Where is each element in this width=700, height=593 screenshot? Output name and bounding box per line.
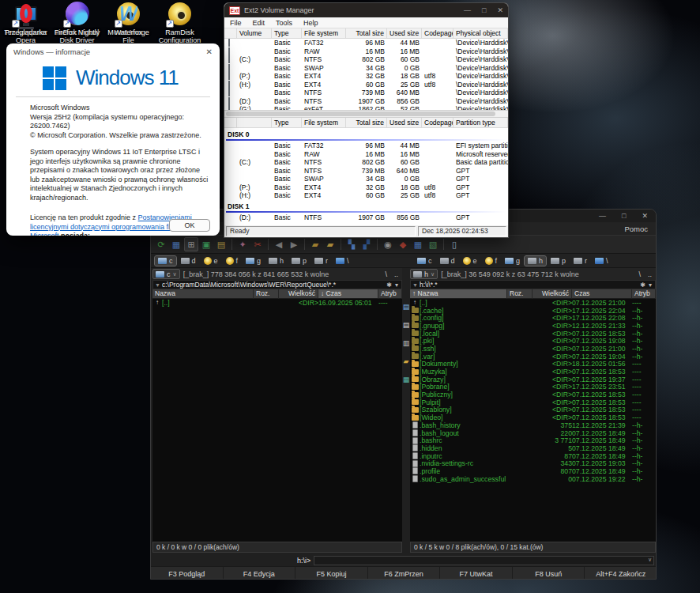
volume-col-volume[interactable]: Volume [237, 28, 272, 39]
command-input[interactable]: ∨ [314, 556, 654, 565]
select-group-icon[interactable]: ▚ [344, 237, 359, 251]
maximize-icon[interactable]: □ [622, 212, 626, 220]
partition-row[interactable]: BasicSWAP34 GB0 GBGPT [224, 175, 508, 183]
drive-button-e[interactable]: e [460, 256, 480, 266]
back-icon[interactable]: ◀ [272, 237, 286, 251]
drive-button-g[interactable]: g [243, 256, 264, 266]
disk-col-codepage[interactable]: Codepage [422, 118, 453, 128]
minimize-icon[interactable]: — [599, 212, 606, 220]
menu-help[interactable]: Help [303, 19, 318, 27]
close-icon[interactable]: ✕ [497, 6, 503, 14]
partition-row[interactable]: (P:)BasicEXT432 GB18 GButf8GPT [224, 183, 508, 192]
pack-icon[interactable]: ▰ [308, 237, 322, 251]
goto-root-button[interactable]: \ [637, 270, 642, 278]
menu-tools[interactable]: Tools [276, 19, 292, 27]
desktop-icon-firefox-nightly[interactable]: Firefox Nightly [51, 0, 103, 44]
volume-row[interactable]: BasicNTFS739 MB640 MB\Device\HarddiskVol… [224, 89, 508, 97]
favorites-button[interactable]: ✱ [385, 281, 393, 289]
volume-col-filesystem[interactable]: File system [302, 28, 346, 39]
parent-dir-row[interactable]: ↑[..]<DIR> 07.12.2025 21:00 ---- [410, 299, 656, 307]
volume-row[interactable]: (D:)BasicNTFS1907 GB856 GB\Device\Harddi… [224, 97, 508, 106]
minimize-icon[interactable]: — [464, 6, 471, 14]
fkey-button-f4[interactable]: F4 Edycja [224, 567, 296, 580]
folder-row[interactable]: [Obrazy]<DIR> 07.12.2025 19:37 ---- [410, 376, 656, 383]
desktop-icon-przegl-darka-opera[interactable]: ↗Przeglądarka Opera [0, 0, 51, 44]
divider-sync-icon[interactable]: ▦ [403, 376, 410, 383]
disk-col-usedsize[interactable]: Used size [387, 118, 422, 128]
fkey-button-f3[interactable]: F3 Podgląd [151, 567, 224, 580]
column-header-wielko[interactable]: Wielkość [279, 289, 318, 299]
volume-col-codepage[interactable]: Codepage [422, 28, 453, 39]
drive-button-d[interactable]: d [437, 256, 458, 266]
parent-dir-row[interactable]: ↑[..]<DIR> 16.09.2025 05:01 ---- [152, 299, 402, 307]
fkey-button-alt-f4[interactable]: Alt+F4 Zakończ [585, 567, 657, 580]
column-header-czas[interactable]: Czas [572, 289, 632, 299]
close-icon[interactable]: ✕ [642, 212, 648, 220]
column-header-roz[interactable]: Roz. [254, 289, 279, 299]
file-row[interactable]: .nvidia-settings-rc343 07.12.2025 19:03 … [410, 459, 656, 467]
folder-row[interactable]: [.ssh]<DIR> 07.12.2025 21:00 --h- [410, 345, 656, 353]
volume-row[interactable]: (G:)BasicexFAT1862 GB52 GB\Device\Harddi… [224, 105, 508, 111]
drive-button-r[interactable]: r [570, 256, 590, 266]
tree-view-icon[interactable]: ⊞ [184, 237, 198, 251]
disk-col-filesystem[interactable]: File system [302, 118, 346, 128]
disk-col-partitiontype[interactable]: Partition type [453, 118, 508, 128]
sync-dirs-icon[interactable]: ▦ [411, 237, 425, 251]
drive-button-p[interactable]: p [288, 256, 310, 266]
disk-col-totalsize[interactable]: Total size [346, 118, 387, 128]
folder-row[interactable]: [.gnupg]<DIR> 12.12.2025 21:33 --h- [410, 322, 656, 330]
volume-col-type[interactable]: Type [272, 28, 302, 39]
cut-icon[interactable]: ✂ [250, 237, 265, 251]
folder-row[interactable]: [Pulpit]<DIR> 07.12.2025 18:53 ---- [410, 398, 656, 406]
folder-row[interactable]: [Wideo]<DIR> 07.12.2025 18:53 ---- [410, 414, 656, 421]
drive-combo-right[interactable]: h ∨ [410, 269, 438, 279]
multi-rename-icon[interactable]: ◆ [396, 237, 410, 251]
refresh-icon[interactable]: ⟳ [154, 237, 168, 251]
folder-row[interactable]: [Publiczny]<DIR> 07.12.2025 18:53 ---- [410, 391, 656, 398]
volume-row[interactable]: (C:)BasicNTFS802 GB60 GB\Device\Harddisk… [224, 55, 508, 64]
drive-button-d[interactable]: d [178, 256, 199, 266]
partition-row[interactable]: BasicRAW16 MB16 MBMicrosoft reserved par… [224, 150, 508, 159]
folder-row[interactable]: [.pki]<DIR> 07.12.2025 19:08 --h- [410, 337, 656, 345]
drive-button-network[interactable]: \ [333, 256, 352, 266]
drive-button-c[interactable]: c [155, 256, 176, 266]
unselect-group-icon[interactable]: ▞ [359, 237, 374, 251]
quick-view-icon[interactable]: ▣ [199, 237, 213, 251]
volume-col-usedsize[interactable]: Used size [387, 28, 422, 39]
file-row[interactable]: .bashrc3 771 07.12.2025 18:49 --h- [410, 436, 656, 444]
goto-parent-button[interactable]: .. [393, 270, 400, 278]
favorites-button[interactable]: ✱ [638, 281, 647, 289]
fkey-button-f6[interactable]: F6 ZmPrzen [368, 567, 441, 580]
menu-help[interactable]: Pomoc [624, 225, 648, 233]
file-row[interactable]: .inputrc87 07.12.2025 18:49 --h- [410, 452, 656, 460]
desktop-icon-ramdisk-configuration[interactable]: ↗RamDisk Configuration [154, 0, 205, 44]
history-button[interactable]: ▾ [393, 281, 400, 289]
folder-row[interactable]: [Dokumenty]<DIR> 18.12.2025 01:56 ---- [410, 361, 656, 368]
path-bar-left[interactable]: ▼ c:\ProgramData\Microsoft\Windows\WER\R… [152, 280, 402, 289]
unpack-icon[interactable]: ▰ [323, 237, 337, 251]
divider-copy-icon[interactable]: ▥ [403, 339, 410, 347]
drive-button-c[interactable]: c [414, 256, 435, 266]
divider-edit-icon[interactable]: ▤ [403, 321, 410, 329]
volume-col-totalsize[interactable]: Total size [346, 28, 387, 39]
volume-row[interactable]: BasicSWAP34 GB0 GB\Device\HarddiskVolume… [224, 64, 508, 73]
partition-row[interactable]: BasicFAT3296 MB44 MBEFI system partition [224, 142, 508, 150]
drive-button-network[interactable]: \ [592, 256, 612, 266]
partition-row[interactable]: (D:)BasicNTFS1907 GB856 GBGPT [224, 213, 508, 222]
volume-row[interactable]: (H:)BasicEXT460 GB25 GButf8\Device\Hardd… [224, 81, 508, 89]
column-header-atryb[interactable]: Atryb [632, 289, 656, 299]
path-bar-right[interactable]: ▼ h:\i\*.* ✱ ▾ [410, 280, 656, 289]
folder-row[interactable]: [.local]<DIR> 07.12.2025 18:53 --h- [410, 330, 656, 338]
drive-button-f[interactable]: f [223, 256, 242, 266]
drive-button-h[interactable]: h [265, 256, 287, 266]
volume-row[interactable]: (P:)BasicEXT432 GB18 GButf8\Device\Hardd… [224, 72, 508, 81]
folder-row[interactable]: [.config]<DIR> 17.12.2025 22:08 --h- [410, 314, 656, 322]
folder-row[interactable]: [.cache]<DIR> 17.12.2025 22:04 --h- [410, 307, 656, 315]
drive-button-e[interactable]: e [201, 256, 221, 266]
file-row[interactable]: .bash_logout220 07.12.2025 18:49 --h- [410, 429, 656, 437]
drive-button-p[interactable]: p [548, 256, 569, 266]
column-header-czas[interactable]: ↓ Czas [318, 289, 378, 299]
column-header-nazwa[interactable]: ↑ Nazwa [410, 289, 507, 299]
fkey-button-f5[interactable]: F5 Kopiuj [295, 567, 368, 580]
drive-button-g[interactable]: g [502, 256, 523, 266]
